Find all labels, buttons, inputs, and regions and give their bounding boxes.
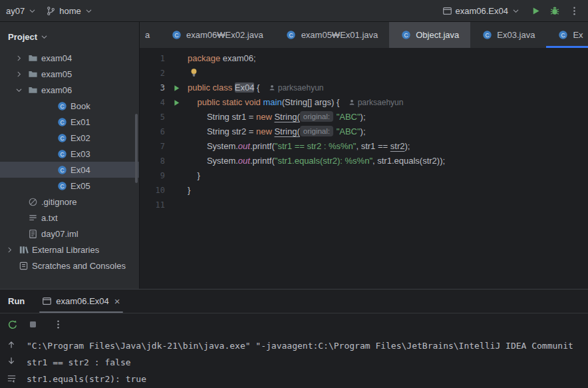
tree-item-a-txt[interactable]: a.txt <box>0 210 139 226</box>
code-line-3[interactable]: 3public class Ex04 { parksaehyun <box>140 81 588 95</box>
code-line-5[interactable]: 5 String str1 = new String(original: "AB… <box>140 110 588 124</box>
line-number[interactable]: 1 <box>140 51 165 66</box>
scroll-up-button[interactable] <box>3 338 20 352</box>
editor-gutter: 8 <box>140 154 188 168</box>
scroll-down-button[interactable] <box>3 354 20 368</box>
chevron-right-icon[interactable] <box>13 54 24 63</box>
code-line-6[interactable]: 6 String str2 = new String(original: "AB… <box>140 124 588 139</box>
editor-tab-object-java[interactable]: CObject.java <box>389 22 470 48</box>
run-button[interactable] <box>527 2 544 19</box>
code-text: System.out.printf("str1.equals(str2): %s… <box>188 154 588 168</box>
run-panel-title[interactable]: Run <box>0 296 35 306</box>
run-config-selector[interactable]: exam06.Ex04 <box>438 4 525 18</box>
editor-gutter: 9 <box>140 168 188 183</box>
editor-tab-a[interactable]: a <box>140 22 160 48</box>
folder-icon <box>27 69 38 79</box>
tree-item-gitignore[interactable]: .gitignore <box>0 194 139 210</box>
vcs-branch-widget[interactable]: home <box>41 4 98 18</box>
code-text <box>188 66 588 81</box>
line-number[interactable]: 7 <box>140 139 165 154</box>
tree-item-label: Ex05 <box>71 181 90 191</box>
rerun-button[interactable] <box>4 317 21 333</box>
editor-tab-exam05-ex01-java[interactable]: Cexam05₩Ex01.java <box>275 22 390 48</box>
chevron-down-icon[interactable] <box>13 86 24 95</box>
class-icon: C <box>286 30 297 40</box>
editor-tab-exam06-ex02-java[interactable]: Cexam06₩Ex02.java <box>160 22 275 48</box>
run-line-icon[interactable] <box>173 99 180 106</box>
line-number[interactable]: 11 <box>140 198 165 212</box>
intention-bulb-icon[interactable] <box>190 68 198 78</box>
soft-wrap-button[interactable] <box>3 371 20 385</box>
code-line-4[interactable]: 4 public static void main(String[] args)… <box>140 95 588 110</box>
project-tool-window: Project exam04exam05exam06CBookCEx01CEx0… <box>0 22 140 289</box>
tree-item-day07-iml[interactable]: day07.iml <box>0 226 139 242</box>
tree-item-label: exam05 <box>41 69 72 79</box>
run-line-icon[interactable] <box>173 85 180 92</box>
class-icon: C <box>557 30 568 40</box>
ide-window: ay07 home exam06.Ex04 Project ex <box>0 0 588 388</box>
run-config-icon <box>442 6 452 16</box>
line-number[interactable]: 4 <box>140 95 165 110</box>
svg-text:C: C <box>289 32 293 39</box>
chevron-right-icon[interactable] <box>13 70 24 79</box>
tree-item-ex05[interactable]: CEx05 <box>0 178 139 194</box>
folder-icon <box>27 85 38 95</box>
code-line-9[interactable]: 9 } <box>140 168 588 183</box>
line-number[interactable]: 2 <box>140 66 165 81</box>
tree-item-exam04[interactable]: exam04 <box>0 50 139 66</box>
tree-item-ex02[interactable]: CEx02 <box>0 130 139 146</box>
class-icon: C <box>171 30 182 40</box>
tree-item-exam06[interactable]: exam06 <box>0 82 139 98</box>
code-line-11[interactable]: 11 <box>140 198 588 212</box>
run-tab[interactable]: exam06.Ex04 × <box>35 290 126 313</box>
code-text: public static void main(String[] args) {… <box>188 95 588 110</box>
tree-item-ex04[interactable]: CEx04 <box>0 162 139 178</box>
code-line-7[interactable]: 7 System.out.printf("str1 == str2 : %s%n… <box>140 139 588 154</box>
svg-text:C: C <box>60 166 64 173</box>
debug-button[interactable] <box>546 2 563 19</box>
svg-text:C: C <box>60 150 64 157</box>
editor-gutter: 4 <box>140 95 188 110</box>
tree-item-ex01[interactable]: CEx01 <box>0 114 139 130</box>
console-more-button[interactable] <box>49 317 67 333</box>
editor-gutter: 11 <box>140 198 188 212</box>
code-line-1[interactable]: 1package exam06; <box>140 51 588 66</box>
line-number[interactable]: 9 <box>140 168 165 183</box>
chevron-right-icon[interactable] <box>4 246 15 254</box>
line-number[interactable]: 8 <box>140 154 165 168</box>
tree-item-external-libraries[interactable]: External Libraries <box>0 242 139 258</box>
svg-text:C: C <box>60 134 64 141</box>
project-scrollbar[interactable] <box>135 114 138 183</box>
line-number[interactable]: 10 <box>140 183 165 198</box>
line-number[interactable]: 3 <box>140 81 165 95</box>
editor-tab-bar: aCexam06₩Ex02.javaCexam05₩Ex01.javaCObje… <box>140 22 588 48</box>
code-editor[interactable]: 1package exam06;23public class Ex04 { pa… <box>140 48 588 289</box>
tree-item-scratches-and-consoles[interactable]: Scratches and Consoles <box>0 258 139 274</box>
code-line-8[interactable]: 8 System.out.printf("str1.equals(str2): … <box>140 154 588 168</box>
editor-gutter: 6 <box>140 124 188 139</box>
run-body: "C:\Program Files\Java\jdk-21\bin\java.e… <box>0 335 588 388</box>
project-widget[interactable]: ay07 <box>1 4 41 18</box>
tree-item-exam05[interactable]: exam05 <box>0 66 139 82</box>
project-panel-header[interactable]: Project <box>0 22 139 46</box>
project-panel-title: Project <box>8 32 37 42</box>
svg-text:C: C <box>174 32 178 39</box>
line-number[interactable]: 6 <box>140 124 165 139</box>
close-icon[interactable]: × <box>114 296 120 306</box>
editor-tab-ex03-java[interactable]: CEx03.java <box>470 22 546 48</box>
tab-label: a <box>145 30 150 40</box>
line-number[interactable]: 5 <box>140 110 165 124</box>
soft-wrap-icon <box>7 373 17 383</box>
more-actions-button[interactable] <box>565 2 583 19</box>
tree-item-book[interactable]: CBook <box>0 98 139 114</box>
editor-tab-ex[interactable]: CEx <box>546 22 588 48</box>
code-author-inlay: parksaehyun <box>349 98 403 107</box>
code-line-2[interactable]: 2 <box>140 66 588 81</box>
code-line-10[interactable]: 10} <box>140 183 588 198</box>
run-console[interactable]: "C:\Program Files\Java\jdk-21\bin\java.e… <box>23 335 588 388</box>
stop-button[interactable] <box>24 317 41 333</box>
run-toolbar <box>0 313 588 335</box>
tree-item-label: Ex02 <box>71 133 90 143</box>
tree-item-ex03[interactable]: CEx03 <box>0 146 139 162</box>
class-icon: C <box>57 181 67 191</box>
